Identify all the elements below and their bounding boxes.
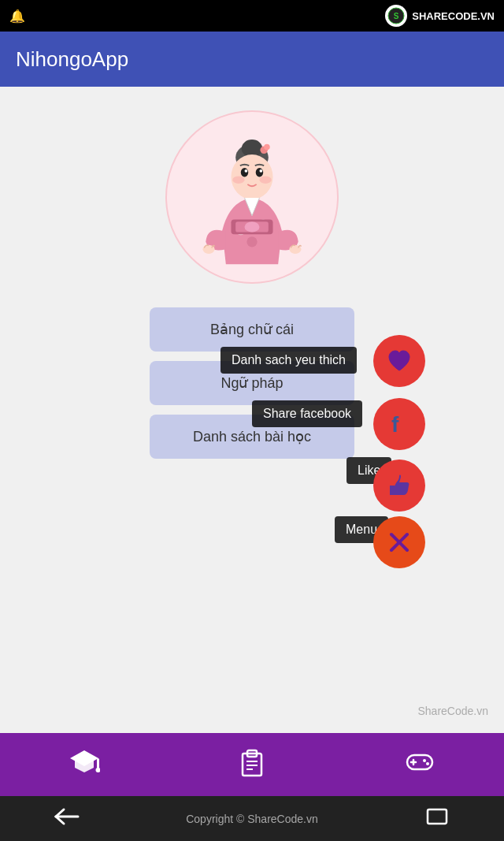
back-button[interactable] [53,806,81,832]
app-bar: NihongoApp [0,32,504,87]
alphabet-button[interactable]: Bảng chữ cái [150,307,354,352]
svg-point-9 [245,169,248,173]
menu-buttons: Bảng chữ cái Ngữ pháp Danh sách bài học … [79,307,425,459]
status-bar: 🔔 S SHARECODE.VN [0,0,504,32]
fab-facebook-button[interactable]: f [373,398,425,450]
svg-point-18 [245,221,260,232]
svg-text:f: f [391,412,399,437]
nav-gamepad-icon[interactable] [404,746,435,783]
notification-icon: 🔔 [9,9,25,24]
lessons-button[interactable]: Danh sách bài học [150,415,354,459]
svg-point-7 [241,168,248,177]
sharecode-logo: S [385,5,407,27]
system-nav: Copyright © ShareCode.vn [0,796,504,841]
heart-icon [385,347,413,375]
svg-point-27 [95,768,100,772]
home-button[interactable] [423,806,451,832]
nav-clipboard-icon[interactable] [236,746,268,783]
thumbsup-icon [385,471,413,500]
svg-rect-26 [97,758,99,769]
svg-point-36 [423,759,426,762]
svg-point-11 [232,176,244,183]
svg-point-15 [246,236,257,247]
svg-point-8 [256,168,263,177]
svg-point-12 [259,176,271,183]
mascot-container [165,110,339,284]
facebook-icon: f [385,410,413,438]
bottom-nav [0,733,504,796]
nav-graduation-icon[interactable] [69,746,100,783]
sharecode-brand: SHARECODE.VN [412,10,495,22]
svg-point-5 [264,144,270,151]
close-icon [385,528,413,556]
fab-menu-button[interactable] [373,516,425,568]
svg-point-10 [259,169,262,173]
svg-rect-39 [428,809,447,824]
fab-favorites-button[interactable] [373,335,425,387]
svg-point-37 [426,762,429,765]
grammar-button[interactable]: Ngữ pháp [150,361,354,405]
fab-like-button[interactable] [373,460,425,512]
svg-text:S: S [394,12,399,20]
mascot-image [189,126,315,268]
main-content: Bảng chữ cái Ngữ pháp Danh sách bài học … [0,87,504,733]
watermark: ShareCode.vn [417,705,488,717]
app-title: NihongoApp [16,47,128,72]
copyright-text: Copyright © ShareCode.vn [186,813,318,825]
